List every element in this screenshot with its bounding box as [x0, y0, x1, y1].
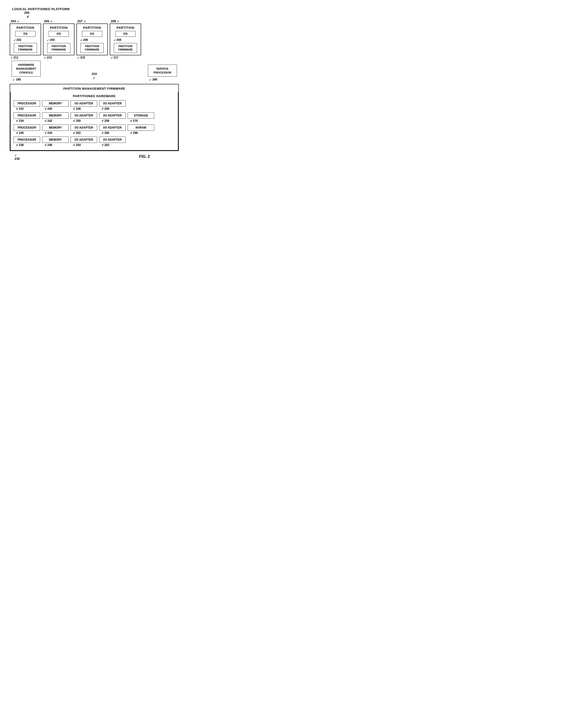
sp-box: SERVICEPROCESSOR	[148, 65, 177, 77]
hw-row-3: PROCESSOR ↙238 MEMORY ↙246 I/O ADAPTER ↙…	[14, 137, 175, 147]
partitions-row: 203 ↙ PARTITION OS ↙ 202 PARTITIONFIRMWA…	[10, 19, 179, 59]
os-num-3: 208	[116, 38, 121, 42]
hmc-num: 280	[16, 78, 21, 81]
firmware-box-1: PARTITIONFIRMWARE	[47, 43, 70, 53]
hw-row-2: PROCESSOR ↙236 MEMORY ↙244 I/O ADAPTER ↙…	[14, 124, 175, 135]
platform-num: 200	[24, 11, 29, 15]
partition-boxnum-1: 213	[47, 56, 52, 59]
hw-memory-246: MEMORY	[42, 137, 69, 143]
partition-topnum-0: 203	[11, 19, 16, 23]
os-box-0: OS	[15, 31, 36, 37]
partition-box-1: PARTITION OS ↙ 204 PARTITIONFIRMWARE	[43, 23, 74, 55]
partition-boxnum-0: 211	[14, 56, 18, 59]
partition-col-3: 209 ↙ PARTITION OS ↙ 208 PARTITIONFIRMWA…	[110, 19, 141, 59]
hw-memory-240: MEMORY	[42, 100, 69, 107]
hw-ioadapter-262: I/O ADAPTER	[99, 137, 126, 143]
os-num-0: 202	[16, 38, 21, 42]
pmf-section: PARTITION MANAGEMENT FIRMWARE PARTITIONE…	[10, 84, 179, 151]
hw-processor-238: PROCESSOR	[14, 137, 40, 143]
hw-processor-234: PROCESSOR	[14, 112, 40, 119]
hw-nvram-298: NVRAM	[128, 124, 154, 131]
partition-title-2: PARTITION	[83, 26, 101, 29]
pmf-arrow-area: 210 ↙	[41, 72, 148, 81]
hw-storage-270: STORAGE	[128, 112, 154, 119]
partition-box-3: PARTITION OS ↙ 208 PARTITIONFIRMWARE	[110, 23, 141, 55]
os-num-2: 206	[83, 38, 88, 42]
partition-title-3: PARTITION	[116, 26, 134, 29]
hw-ioadapter-252: I/O ADAPTER	[71, 124, 97, 131]
hmc-col: HARDWAREMANAGEMENTCONSOLE ↙ 280	[12, 61, 41, 81]
hw-ioadapter-254: I/O ADAPTER	[71, 137, 97, 143]
partition-boxnum-3: 217	[114, 56, 118, 59]
partition-title-1: PARTITION	[50, 26, 68, 29]
partition-box-0: PARTITION OS ↙ 202 PARTITIONFIRMWARE	[10, 23, 41, 55]
pmf-label: PARTITION MANAGEMENT FIRMWARE	[63, 87, 125, 90]
hw-processor-236: PROCESSOR	[14, 124, 40, 131]
ph-section: PARTITIONED HARDWARE PROCESSOR ↙232 MEMO…	[10, 92, 178, 151]
hw-processor-232: PROCESSOR	[14, 100, 40, 107]
partition-col-2: 207 ↙ PARTITION OS ↙ 206 PARTITIONFIRMWA…	[76, 19, 108, 59]
partition-col-1: 205 ↙ PARTITION OS ↙ 204 PARTITIONFIRMWA…	[43, 19, 74, 59]
partition-topnum-2: 207	[77, 19, 83, 23]
partition-box-2: PARTITION OS ↙ 206 PARTITIONFIRMWARE	[76, 23, 108, 55]
fig-label: FIG. 2	[139, 154, 150, 159]
pmf-arrow-num: 210	[92, 72, 97, 76]
partition-title-0: PARTITION	[16, 26, 34, 29]
sp-num: 290	[152, 78, 157, 81]
platform-label-area: LOGICAL PARTITIONED PLATFORM 200 ↙	[12, 7, 70, 18]
partition-boxnum-2: 215	[80, 56, 85, 59]
partition-topnum-1: 205	[44, 19, 49, 23]
bottom-area: ↙ 230 FIG. 2	[10, 153, 179, 160]
platform-arrow: ↙	[27, 15, 29, 18]
middle-row: HARDWAREMANAGEMENTCONSOLE ↙ 280 210 ↙ SE…	[10, 61, 179, 81]
bottom-num: 230	[15, 157, 20, 160]
hw-ioadapter-248: I/O ADAPTER	[71, 100, 97, 107]
os-box-3: OS	[115, 31, 136, 37]
ph-label: PARTITIONED HARDWARE	[14, 94, 175, 98]
partition-col-0: 203 ↙ PARTITION OS ↙ 202 PARTITIONFIRMWA…	[10, 19, 41, 59]
hw-grid: PROCESSOR ↙232 MEMORY ↙240 I/O ADAPTER ↙…	[14, 100, 175, 147]
pmf-label-row: PARTITION MANAGEMENT FIRMWARE	[10, 84, 178, 92]
hw-memory-244: MEMORY	[42, 124, 69, 131]
partition-topnum-3: 209	[111, 19, 116, 23]
hw-row-1: PROCESSOR ↙234 MEMORY ↙242 I/O ADAPTER ↙…	[14, 112, 175, 123]
hmc-box: HARDWAREMANAGEMENTCONSOLE	[12, 61, 41, 77]
hw-ioadapter-258: I/O ADAPTER	[99, 112, 126, 119]
os-box-1: OS	[49, 31, 69, 37]
sp-col: SERVICEPROCESSOR ↙ 290	[148, 65, 177, 81]
bottom-num-col: ↙ 230	[15, 153, 20, 160]
hw-ioadapter-250: I/O ADAPTER	[71, 112, 97, 119]
hw-ioadapter-260: I/O ADAPTER	[99, 124, 126, 131]
os-box-2: OS	[82, 31, 102, 37]
hw-memory-242: MEMORY	[42, 112, 69, 119]
firmware-box-0: PARTITIONFIRMWARE	[14, 43, 37, 53]
hw-row-0: PROCESSOR ↙232 MEMORY ↙240 I/O ADAPTER ↙…	[14, 100, 175, 110]
diagram: LOGICAL PARTITIONED PLATFORM 200 ↙ 203 ↙…	[10, 7, 179, 160]
firmware-box-3: PARTITIONFIRMWARE	[114, 43, 137, 53]
hw-ioadapter-256: I/O ADAPTER	[99, 100, 126, 107]
os-num-1: 204	[50, 38, 55, 42]
platform-label: LOGICAL PARTITIONED PLATFORM	[12, 7, 70, 11]
firmware-box-2: PARTITIONFIRMWARE	[80, 43, 103, 53]
